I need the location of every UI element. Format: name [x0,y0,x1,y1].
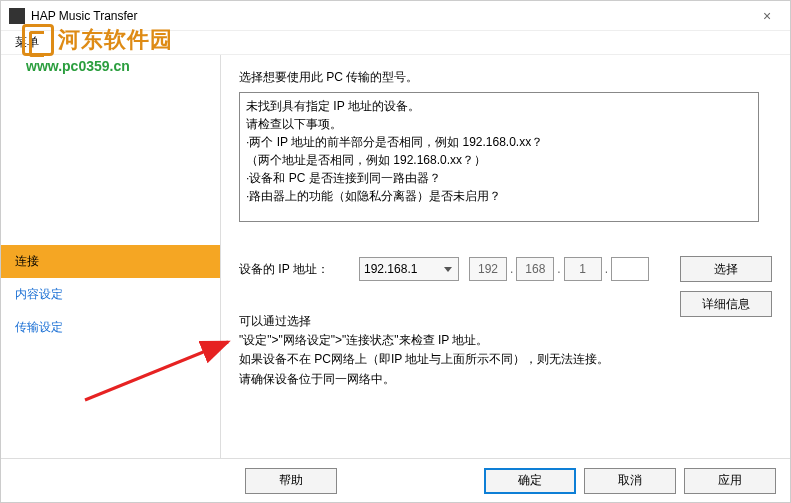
combo-value: 192.168.1 [364,262,417,276]
ip-prefix-combo[interactable]: 192.168.1 [359,257,459,281]
detail-button[interactable]: 详细信息 [680,291,772,317]
menu-item[interactable]: 菜单 [9,32,45,53]
message-box[interactable]: 未找到具有指定 IP 地址的设备。 请检查以下事项。 ·两个 IP 地址的前半部… [239,92,759,222]
ip-dot: . [557,262,560,276]
sidebar-item-label: 连接 [15,254,39,268]
app-icon [9,8,25,24]
sidebar: 连接 内容设定 传输设定 [1,55,221,458]
section-label: 选择想要使用此 PC 传输的型号。 [239,69,772,86]
menubar: 菜单 [1,31,790,55]
select-button[interactable]: 选择 [680,256,772,282]
help-line: 如果设备不在 PC网络上（即IP 地址与上面所示不同），则无法连接。 [239,350,772,369]
help-button[interactable]: 帮助 [245,468,337,494]
help-line: 请确保设备位于同一网络中。 [239,370,772,389]
ip-oct-1: 192 [469,257,507,281]
ip-oct-2: 168 [516,257,554,281]
ip-oct-4[interactable] [611,257,649,281]
main-panel: 选择想要使用此 PC 传输的型号。 未找到具有指定 IP 地址的设备。 请检查以… [221,55,790,458]
ip-label: 设备的 IP 地址： [239,261,359,278]
ip-oct-3: 1 [564,257,602,281]
footer: 帮助 确定 取消 应用 [1,458,790,502]
apply-button[interactable]: 应用 [684,468,776,494]
sidebar-item-label: 传输设定 [15,320,63,334]
message-line: ·设备和 PC 是否连接到同一路由器？ [246,169,752,187]
window-title: HAP Music Transfer [31,9,752,23]
app-window: HAP Music Transfer × 菜单 河东软件园 www.pc0359… [0,0,791,503]
message-line: ·两个 IP 地址的前半部分是否相同，例如 192.168.0.xx？ [246,133,752,151]
ip-row: 设备的 IP 地址： 192.168.1 192 . 168 . 1 . 选择 [239,256,772,282]
message-line: （两个地址是否相同，例如 192.168.0.xx？） [246,151,752,169]
help-text: 可以通过选择 "设定">"网络设定">"连接状态"来检查 IP 地址。 如果设备… [239,312,772,389]
message-line: 未找到具有指定 IP 地址的设备。 [246,97,752,115]
message-line: 请检查以下事项。 [246,115,752,133]
cancel-button[interactable]: 取消 [584,468,676,494]
sidebar-item-label: 内容设定 [15,287,63,301]
ip-dot: . [510,262,513,276]
ok-button[interactable]: 确定 [484,468,576,494]
content-area: 连接 内容设定 传输设定 选择想要使用此 PC 传输的型号。 未找到具有指定 I… [1,55,790,458]
message-line: ·路由器上的功能（如隐私分离器）是否未启用？ [246,187,752,205]
titlebar: HAP Music Transfer × [1,1,790,31]
sidebar-item-content-settings[interactable]: 内容设定 [1,278,220,311]
sidebar-list: 连接 内容设定 传输设定 [1,245,220,344]
close-icon[interactable]: × [752,8,782,24]
sidebar-item-transfer-settings[interactable]: 传输设定 [1,311,220,344]
ip-dot: . [605,262,608,276]
sidebar-item-connection[interactable]: 连接 [1,245,220,278]
help-line: "设定">"网络设定">"连接状态"来检查 IP 地址。 [239,331,772,350]
